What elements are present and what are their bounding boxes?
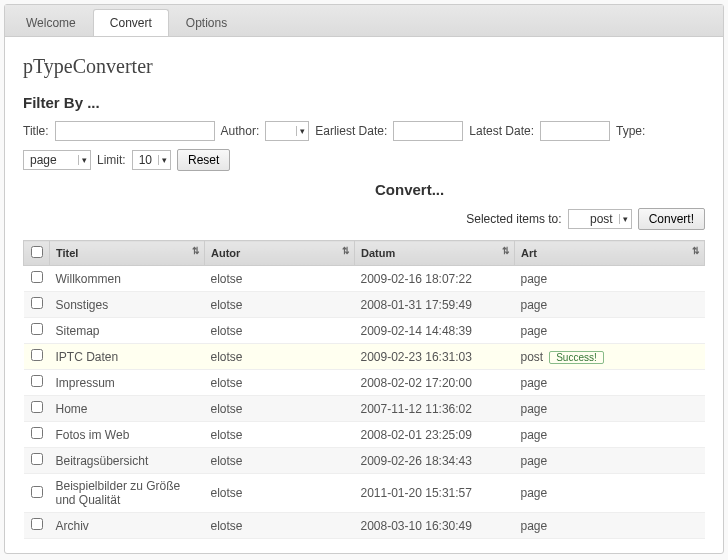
cell-autor: elotse: [205, 448, 355, 474]
author-label: Author:: [221, 124, 260, 138]
page-title: pTypeConverter: [23, 55, 705, 78]
cell-titel: Willkommen: [50, 266, 205, 292]
row-checkbox[interactable]: [31, 427, 43, 439]
cell-autor: elotse: [205, 474, 355, 513]
title-label: Title:: [23, 124, 49, 138]
cell-datum: 2008-03-10 16:30:49: [355, 513, 515, 539]
cell-titel: Home: [50, 396, 205, 422]
table-row: Beitragsübersichtelotse2009-02-26 18:34:…: [24, 448, 705, 474]
cell-art: page: [515, 266, 705, 292]
chevron-down-icon: ▾: [78, 155, 90, 165]
sort-icon: ⇅: [502, 246, 510, 256]
cell-art: page: [515, 448, 705, 474]
cell-art: page: [515, 513, 705, 539]
cell-titel: Archiv: [50, 513, 205, 539]
chevron-down-icon: ▾: [619, 214, 631, 224]
table-row: Impressumelotse2008-02-02 17:20:00page: [24, 370, 705, 396]
type-label: Type:: [616, 124, 645, 138]
table-row: Fotos im Webelotse2008-02-01 23:25:09pag…: [24, 422, 705, 448]
col-titel[interactable]: Titel⇅: [50, 241, 205, 266]
table-row: Beispielbilder zu Größe und Qualitätelot…: [24, 474, 705, 513]
filter-heading: Filter By ...: [23, 94, 705, 111]
cell-titel: Sitemap: [50, 318, 205, 344]
latest-label: Latest Date:: [469, 124, 534, 138]
type-select[interactable]: page▾: [23, 150, 91, 170]
cell-autor: elotse: [205, 370, 355, 396]
row-checkbox[interactable]: [31, 401, 43, 413]
convert-heading: Convert...: [375, 181, 705, 198]
limit-label: Limit:: [97, 153, 126, 167]
author-select[interactable]: ▾: [265, 121, 309, 141]
select-all-header: [24, 241, 50, 266]
reset-button[interactable]: Reset: [177, 149, 230, 171]
select-all-checkbox[interactable]: [31, 246, 43, 258]
earliest-label: Earliest Date:: [315, 124, 387, 138]
latest-input[interactable]: [540, 121, 610, 141]
success-badge: Success!: [549, 351, 604, 364]
cell-autor: elotse: [205, 396, 355, 422]
tab-bar: Welcome Convert Options: [5, 5, 723, 37]
cell-autor: elotse: [205, 344, 355, 370]
row-checkbox[interactable]: [31, 453, 43, 465]
cell-titel: Fotos im Web: [50, 422, 205, 448]
col-autor[interactable]: Autor⇅: [205, 241, 355, 266]
cell-autor: elotse: [205, 266, 355, 292]
cell-datum: 2011-01-20 15:31:57: [355, 474, 515, 513]
sort-icon: ⇅: [692, 246, 700, 256]
cell-autor: elotse: [205, 513, 355, 539]
cell-datum: 2008-01-31 17:59:49: [355, 292, 515, 318]
cell-datum: 2009-02-16 18:07:22: [355, 266, 515, 292]
cell-titel: IPTC Daten: [50, 344, 205, 370]
table-row: IPTC Datenelotse2009-02-23 16:31:03postS…: [24, 344, 705, 370]
cell-datum: 2007-11-12 11:36:02: [355, 396, 515, 422]
cell-art: postSuccess!: [515, 344, 705, 370]
cell-autor: elotse: [205, 318, 355, 344]
cell-datum: 2008-02-01 23:25:09: [355, 422, 515, 448]
cell-art: page: [515, 396, 705, 422]
table-row: Sonstigeselotse2008-01-31 17:59:49page: [24, 292, 705, 318]
cell-datum: 2008-02-02 17:20:00: [355, 370, 515, 396]
cell-autor: elotse: [205, 292, 355, 318]
row-checkbox[interactable]: [31, 486, 43, 498]
cell-titel: Beitragsübersicht: [50, 448, 205, 474]
cell-titel: Beispielbilder zu Größe und Qualität: [50, 474, 205, 513]
convert-to-label: Selected items to:: [466, 212, 561, 226]
cell-art: page: [515, 292, 705, 318]
cell-titel: Sonstiges: [50, 292, 205, 318]
tab-options[interactable]: Options: [169, 9, 244, 36]
row-checkbox[interactable]: [31, 271, 43, 283]
table-row: Homeelotse2007-11-12 11:36:02page: [24, 396, 705, 422]
row-checkbox[interactable]: [31, 375, 43, 387]
table-row: Sitemapelotse2009-02-14 14:48:39page: [24, 318, 705, 344]
row-checkbox[interactable]: [31, 297, 43, 309]
chevron-down-icon: ▾: [296, 126, 308, 136]
cell-datum: 2009-02-23 16:31:03: [355, 344, 515, 370]
tab-convert[interactable]: Convert: [93, 9, 169, 36]
cell-art: page: [515, 370, 705, 396]
row-checkbox[interactable]: [31, 349, 43, 361]
cell-datum: 2009-02-26 18:34:43: [355, 448, 515, 474]
cell-datum: 2009-02-14 14:48:39: [355, 318, 515, 344]
cell-art: page: [515, 422, 705, 448]
col-art[interactable]: Art⇅: [515, 241, 705, 266]
cell-titel: Impressum: [50, 370, 205, 396]
convert-to-select[interactable]: post▾: [568, 209, 632, 229]
sort-icon: ⇅: [192, 246, 200, 256]
earliest-input[interactable]: [393, 121, 463, 141]
convert-button[interactable]: Convert!: [638, 208, 705, 230]
row-checkbox[interactable]: [31, 518, 43, 530]
table-row: Willkommenelotse2009-02-16 18:07:22page: [24, 266, 705, 292]
chevron-down-icon: ▾: [158, 155, 170, 165]
results-table: Titel⇅ Autor⇅ Datum⇅ Art⇅ Willkommenelot…: [23, 240, 705, 539]
cell-art: page: [515, 318, 705, 344]
col-datum[interactable]: Datum⇅: [355, 241, 515, 266]
limit-select[interactable]: 10▾: [132, 150, 171, 170]
row-checkbox[interactable]: [31, 323, 43, 335]
tab-welcome[interactable]: Welcome: [9, 9, 93, 36]
sort-icon: ⇅: [342, 246, 350, 256]
table-row: Archivelotse2008-03-10 16:30:49page: [24, 513, 705, 539]
title-input[interactable]: [55, 121, 215, 141]
cell-autor: elotse: [205, 422, 355, 448]
cell-art: page: [515, 474, 705, 513]
